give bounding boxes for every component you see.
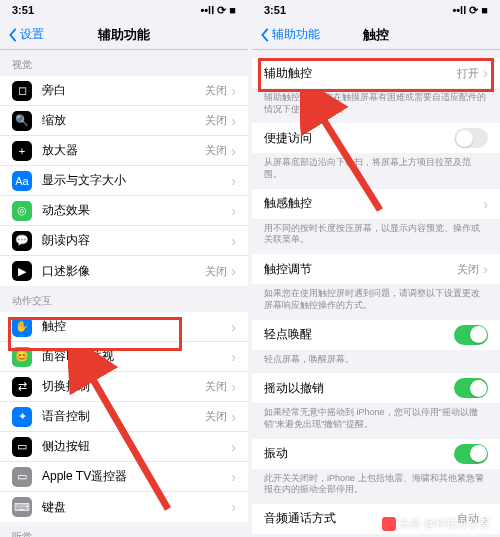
statusbar: 3:51 ••ll ⟳ ■ — [252, 0, 500, 20]
row-label: 触控调节 — [264, 261, 457, 278]
row-detail: 关闭 — [205, 143, 227, 158]
back-button[interactable]: 辅助功能 — [260, 26, 320, 43]
indicators: ••ll ⟳ ■ — [200, 4, 236, 17]
row-icon: ◎ — [12, 201, 32, 221]
row-label: Apple TV遥控器 — [42, 468, 231, 485]
row-detail: 关闭 — [457, 262, 479, 277]
motion-row[interactable]: ✦语音控制关闭› — [0, 402, 248, 432]
vision-row[interactable]: +放大器关闭› — [0, 136, 248, 166]
chevron-right-icon: › — [231, 379, 236, 395]
row-label: 口述影像 — [42, 263, 205, 280]
row-detail: 关闭 — [205, 379, 227, 394]
row-detail: 打开 — [457, 66, 479, 81]
back-button[interactable]: 设置 — [8, 26, 44, 43]
row-label: 旁白 — [42, 82, 205, 99]
help-text: 从屏幕底部边沿向下轻扫，将屏幕上方项目拉至及范围。 — [252, 153, 500, 188]
section-header-vision: 视觉 — [0, 50, 248, 76]
chevron-right-icon: › — [231, 469, 236, 485]
chevron-right-icon: › — [483, 196, 488, 212]
indicators: ••ll ⟳ ■ — [452, 4, 488, 17]
help-text: 此开关关闭时，iPhone 上包括地震、海啸和其他紧急警报在内的振动全部停用。 — [252, 469, 500, 504]
vision-row[interactable]: 💬朗读内容› — [0, 226, 248, 256]
touch-row[interactable]: 振动 — [252, 439, 500, 469]
time: 3:51 — [12, 4, 34, 16]
row-icon: ◻ — [12, 81, 32, 101]
row-label: 朗读内容 — [42, 232, 231, 249]
chevron-right-icon: › — [231, 349, 236, 365]
row-label: 键盘 — [42, 499, 231, 516]
row-label: 触控 — [42, 318, 231, 335]
motion-row[interactable]: ⌨键盘› — [0, 492, 248, 522]
toggle-switch[interactable] — [454, 128, 488, 148]
chevron-right-icon: › — [483, 261, 488, 277]
chevron-right-icon: › — [231, 499, 236, 515]
chevron-right-icon: › — [231, 439, 236, 455]
row-icon: 😊 — [12, 347, 32, 367]
row-detail: 关闭 — [205, 113, 227, 128]
touch-row[interactable]: 轻点唤醒 — [252, 320, 500, 350]
chevron-right-icon: › — [231, 143, 236, 159]
row-label: 摇动以撤销 — [264, 380, 454, 397]
row-label: 缩放 — [42, 112, 205, 129]
row-detail: 关闭 — [205, 409, 227, 424]
motion-row[interactable]: ▭Apple TV遥控器› — [0, 462, 248, 492]
toggle-switch[interactable] — [454, 444, 488, 464]
row-icon: ▭ — [12, 467, 32, 487]
row-icon: ✦ — [12, 407, 32, 427]
chevron-right-icon: › — [231, 319, 236, 335]
toggle-switch[interactable] — [454, 325, 488, 345]
row-label: 放大器 — [42, 142, 205, 159]
touch-row[interactable]: 触控调节关闭› — [252, 254, 500, 284]
chevron-right-icon: › — [231, 263, 236, 279]
motion-row[interactable]: ▭侧边按钮› — [0, 432, 248, 462]
watermark: 头条 @科技办公室 — [382, 516, 490, 531]
chevron-right-icon: › — [231, 203, 236, 219]
time: 3:51 — [264, 4, 286, 16]
motion-row[interactable]: ⇄切换控制关闭› — [0, 372, 248, 402]
row-icon: ✋ — [12, 317, 32, 337]
vision-row[interactable]: ◎动态效果› — [0, 196, 248, 226]
row-icon: + — [12, 141, 32, 161]
row-label: 面容ID与注视 — [42, 348, 231, 365]
touch-row[interactable]: 触感触控› — [252, 189, 500, 219]
motion-row[interactable]: ✋触控› — [0, 312, 248, 342]
row-label: 语音控制 — [42, 408, 205, 425]
motion-row[interactable]: 😊面容ID与注视› — [0, 342, 248, 372]
touch-row[interactable]: 便捷访问 — [252, 123, 500, 153]
chevron-right-icon: › — [231, 83, 236, 99]
back-label: 设置 — [20, 26, 44, 43]
back-label: 辅助功能 — [272, 26, 320, 43]
vision-row[interactable]: ◻旁白关闭› — [0, 76, 248, 106]
row-label: 便捷访问 — [264, 130, 454, 147]
help-text: 辅助触控" 可让你在触摸屏幕有困难或需要自适应配件的情况下使用 iPhone。 — [252, 88, 500, 123]
vision-row[interactable]: ▶口述影像关闭› — [0, 256, 248, 286]
row-icon: 💬 — [12, 231, 32, 251]
row-label: 辅助触控 — [264, 65, 457, 82]
row-label: 振动 — [264, 445, 454, 462]
help-text: 用不同的按时长度按压屏幕，以显示内容预览、操作或关联菜单。 — [252, 219, 500, 254]
chevron-right-icon: › — [231, 409, 236, 425]
vision-row[interactable]: 🔍缩放关闭› — [0, 106, 248, 136]
row-label: 侧边按钮 — [42, 438, 231, 455]
row-label: 显示与文字大小 — [42, 172, 231, 189]
navbar: 设置 辅助功能 — [0, 20, 248, 50]
row-detail: 关闭 — [205, 264, 227, 279]
chevron-right-icon: › — [231, 113, 236, 129]
touch-row[interactable]: 辅助触控打开› — [252, 58, 500, 88]
row-label: 切换控制 — [42, 378, 205, 395]
row-icon: ⌨ — [12, 497, 32, 517]
left-phone: 3:51 ••ll ⟳ ■ 设置 辅助功能 视觉 ◻旁白关闭›🔍缩放关闭›+放大… — [0, 0, 248, 537]
help-text: 如果您在使用触控屏时遇到问题，请调整以下设置更改屏幕响应触控操作的方式。 — [252, 284, 500, 319]
row-icon: Aa — [12, 171, 32, 191]
chevron-right-icon: › — [231, 233, 236, 249]
watermark-logo — [382, 517, 396, 531]
row-icon: ▶ — [12, 261, 32, 281]
touch-row[interactable]: 摇动以撤销 — [252, 373, 500, 403]
row-label: 动态效果 — [42, 202, 231, 219]
section-header-hearing: 听觉 — [0, 522, 248, 537]
row-label: 触感触控 — [264, 195, 483, 212]
statusbar: 3:51 ••ll ⟳ ■ — [0, 0, 248, 20]
vision-row[interactable]: Aa显示与文字大小› — [0, 166, 248, 196]
toggle-switch[interactable] — [454, 378, 488, 398]
right-phone: 3:51 ••ll ⟳ ■ 辅助功能 触控 辅助触控打开›辅助触控" 可让你在触… — [252, 0, 500, 537]
